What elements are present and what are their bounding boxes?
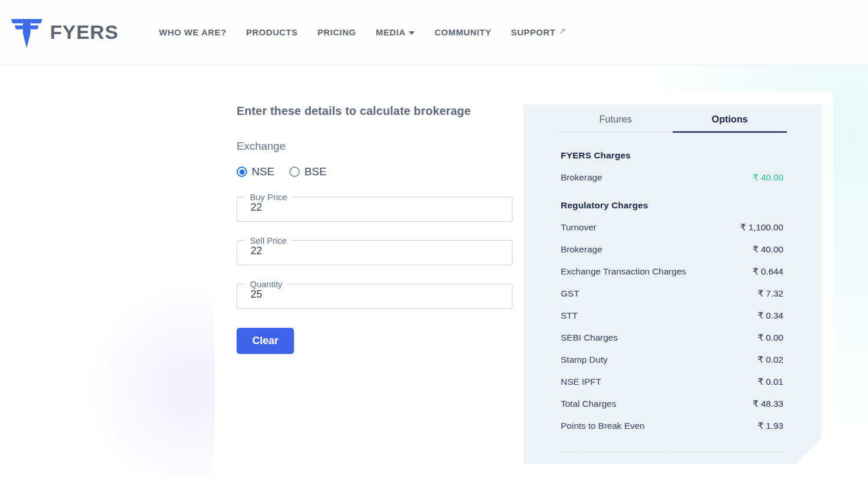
nav-item-media[interactable]: MEDIA — [376, 27, 415, 37]
radio-unchecked-icon[interactable] — [289, 167, 300, 177]
nav-item-community[interactable]: COMMUNITY — [434, 27, 491, 37]
charge-row: GST₹ 7.32 — [561, 288, 783, 299]
field-label: Sell Price — [245, 235, 291, 246]
tab-futures[interactable]: Futures — [558, 107, 673, 133]
charge-value: ₹ 0.34 — [758, 310, 783, 321]
charge-value: ₹ 0.00 — [758, 333, 783, 343]
charge-value: ₹ 7.32 — [758, 288, 783, 299]
charge-label: Turnover — [561, 222, 596, 233]
nav-item-pricing[interactable]: PRICING — [317, 27, 356, 37]
tab-options[interactable]: Options — [673, 107, 787, 133]
charge-label: Stamp Duty — [561, 355, 608, 365]
charge-row: Turnover₹ 1,100.00 — [561, 222, 783, 233]
nav-item-products[interactable]: PRODUCTS — [246, 27, 297, 37]
exchange-radio-group: NSEBSE — [237, 165, 513, 178]
charge-value: ₹ 40.00 — [753, 172, 783, 183]
charge-label: Points to Break Even — [561, 421, 645, 431]
exchange-option-bse[interactable]: BSE — [289, 165, 326, 178]
charge-value: ₹ 48.33 — [753, 399, 783, 409]
form-title: Enter these details to calculate brokera… — [237, 104, 513, 118]
exchange-option-nse[interactable]: NSE — [237, 165, 274, 178]
charges-list: FYERS ChargesBrokerage₹ 40.00Regulatory … — [524, 150, 822, 431]
charge-row: Stamp Duty₹ 0.02 — [561, 355, 783, 365]
top-navbar: FYERS WHO WE ARE?PRODUCTSPRICINGMEDIACOM… — [0, 0, 868, 65]
external-link-icon: ↗ — [559, 26, 566, 35]
charge-label: GST — [561, 288, 579, 299]
charge-value: ₹ 1.93 — [758, 421, 783, 431]
charge-row: STT₹ 0.34 — [561, 310, 783, 321]
charge-value: ₹ 0.01 — [758, 377, 783, 387]
charge-label: SEBI Charges — [561, 333, 618, 343]
brand-name: FYERS — [50, 21, 118, 44]
charge-row: Total Charges₹ 48.33 — [561, 399, 783, 409]
main-nav: WHO WE ARE?PRODUCTSPRICINGMEDIACOMMUNITY… — [159, 27, 566, 37]
nav-item-who-we-are[interactable]: WHO WE ARE? — [159, 27, 226, 37]
charge-value: ₹ 0.02 — [758, 355, 783, 365]
charge-label: Total Charges — [561, 399, 616, 409]
net-pl-value: ₹ -48.33 — [736, 469, 783, 477]
quantity-field: Quantity — [237, 284, 513, 309]
field-label: Buy Price — [245, 191, 292, 203]
charges-panel: FuturesOptions FYERS ChargesBrokerage₹ 4… — [524, 104, 822, 464]
charge-value: ₹ 0.644 — [753, 266, 783, 277]
section-heading: FYERS Charges — [561, 150, 783, 161]
calculator-form: Enter these details to calculate brokera… — [237, 104, 513, 354]
chevron-down-icon — [409, 31, 415, 35]
exchange-label: Exchange — [237, 140, 513, 153]
charge-label: Brokerage — [561, 172, 602, 183]
divider — [561, 451, 783, 452]
radio-checked-icon[interactable] — [237, 167, 247, 177]
field-label: Quantity — [245, 279, 287, 290]
charge-row: Brokerage₹ 40.00 — [561, 244, 783, 255]
brokerage-calculator-card: Enter these details to calculate brokera… — [215, 92, 833, 477]
charge-row: Exchange Transaction Charges₹ 0.644 — [561, 266, 783, 277]
buy-price-field: Buy Price — [237, 197, 513, 222]
charge-label: NSE IPFT — [561, 377, 601, 387]
charges-tabs: FuturesOptions — [558, 107, 787, 133]
net-pl-label: Net P/L — [561, 469, 602, 477]
charge-label: STT — [561, 310, 578, 321]
sell-price-field: Sell Price — [237, 240, 513, 265]
charge-row: Brokerage₹ 40.00 — [561, 172, 783, 183]
section-heading: Regulatory Charges — [561, 200, 783, 211]
clear-button[interactable]: Clear — [237, 328, 294, 354]
charge-value: ₹ 1,100.00 — [740, 222, 783, 233]
charge-label: Exchange Transaction Charges — [561, 266, 686, 277]
net-pl-row: Net P/L ₹ -48.33 — [561, 469, 783, 477]
charge-label: Brokerage — [561, 244, 602, 255]
brand-logo[interactable]: FYERS — [10, 15, 118, 50]
nav-item-support[interactable]: SUPPORT↗ — [511, 27, 566, 37]
charge-row: SEBI Charges₹ 0.00 — [561, 333, 783, 343]
charge-row: NSE IPFT₹ 0.01 — [561, 377, 783, 387]
charge-value: ₹ 40.00 — [753, 244, 783, 255]
fyers-logo-icon — [10, 15, 43, 50]
charge-row: Points to Break Even₹ 1.93 — [561, 421, 783, 431]
